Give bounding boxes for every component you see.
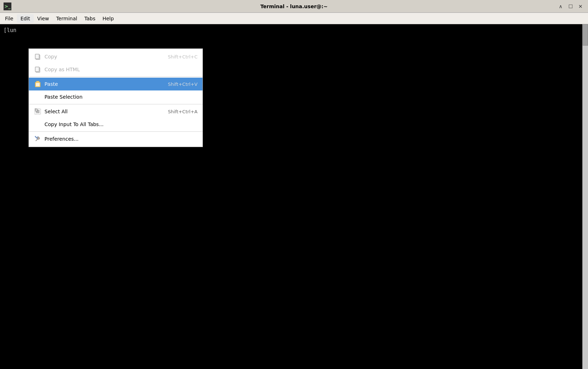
menu-terminal[interactable]: Terminal [53, 14, 81, 23]
copy-icon [34, 53, 42, 61]
terminal-area: [lun Copy Shift+Ctrl+C Copy a [0, 24, 588, 369]
copy-label: Copy [44, 54, 161, 59]
paste-selection-label: Paste Selection [44, 94, 190, 100]
copy-shortcut: Shift+Ctrl+C [168, 54, 198, 59]
select-all-shortcut: Shift+Ctrl+A [168, 109, 198, 114]
menu-item-copy-as-html[interactable]: Copy as HTML [29, 63, 203, 76]
separator-2 [29, 104, 203, 104]
separator-1 [29, 77, 203, 77]
paste-shortcut: Shift+Ctrl+V [168, 82, 198, 87]
separator-3 [29, 131, 203, 132]
svg-rect-1 [35, 54, 39, 59]
paste-icon [34, 80, 42, 88]
menu-file[interactable]: File [1, 14, 17, 23]
select-all-icon [34, 108, 42, 115]
menu-item-select-all[interactable]: Select All Shift+Ctrl+A [29, 105, 203, 118]
menu-tabs[interactable]: Tabs [81, 14, 99, 23]
close-button[interactable]: ✕ [577, 2, 584, 10]
window-controls: ∧ ☐ ✕ [557, 2, 584, 10]
svg-rect-3 [35, 67, 39, 72]
title-bar-left: >_ [4, 2, 11, 10]
svg-rect-9 [35, 109, 37, 111]
preferences-icon [34, 135, 42, 143]
copy-input-icon [34, 120, 42, 128]
menu-item-paste-selection[interactable]: Paste Selection [29, 90, 203, 103]
paste-label: Paste [44, 81, 161, 87]
scrollbar-thumb[interactable] [583, 24, 588, 46]
copy-input-label: Copy Input To All Tabs... [44, 121, 190, 127]
menu-item-copy-input-to-all-tabs[interactable]: Copy Input To All Tabs... [29, 118, 203, 131]
title-bar: >_ Terminal - luna.user@:~ ∧ ☐ ✕ [0, 0, 588, 13]
window-title: Terminal - luna.user@:~ [261, 4, 328, 9]
terminal-icon: >_ [4, 2, 11, 10]
copy-html-icon [34, 66, 42, 73]
menu-bar: File Edit View Terminal Tabs Help [0, 13, 588, 24]
maximize-button[interactable]: ☐ [567, 2, 574, 10]
select-all-label: Select All [44, 109, 161, 114]
svg-rect-6 [36, 83, 40, 86]
terminal-prompt: [lun [1, 26, 19, 35]
paste-selection-icon [34, 93, 42, 101]
menu-edit[interactable]: Edit [17, 14, 33, 23]
menu-item-copy[interactable]: Copy Shift+Ctrl+C [29, 50, 203, 63]
scrollbar[interactable] [582, 24, 588, 369]
edit-dropdown-menu: Copy Shift+Ctrl+C Copy as HTML [28, 48, 203, 147]
menu-item-preferences[interactable]: Preferences... [29, 132, 203, 145]
minimize-button[interactable]: ∧ [557, 2, 565, 10]
menu-help[interactable]: Help [99, 14, 117, 23]
menu-item-paste[interactable]: Paste Shift+Ctrl+V [29, 78, 203, 90]
menu-view[interactable]: View [34, 14, 53, 23]
preferences-label: Preferences... [44, 136, 190, 142]
copy-html-label: Copy as HTML [44, 67, 190, 72]
